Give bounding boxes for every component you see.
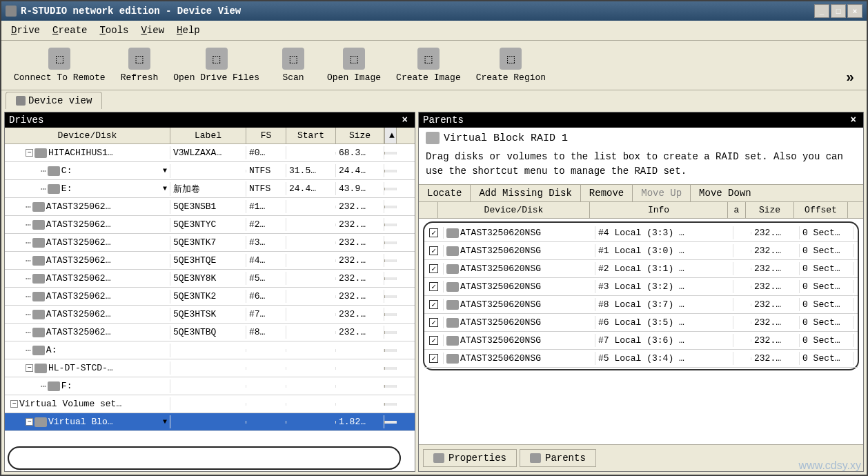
scrollbar-track[interactable] (384, 367, 397, 370)
col-start[interactable]: Start (286, 128, 336, 143)
menu-drive[interactable]: Drive (6, 23, 46, 37)
table-row[interactable]: ✓ ATAST3250620NSG#7 Local (3:6) …232.…0 … (424, 332, 858, 350)
table-row[interactable]: −Virtual Blo…▼1.82… (5, 413, 415, 431)
scrollbar-track[interactable] (384, 295, 397, 298)
table-row[interactable]: ⋯ATAST325062…5QE3NTBQ#8…232.… (5, 324, 415, 341)
col-info[interactable]: Info (590, 202, 728, 218)
scan-button[interactable]: ⬚Scan (269, 45, 317, 86)
toolbar-overflow-icon[interactable]: » (846, 70, 860, 86)
open-drive-files-button[interactable]: ⬚Open Drive Files (168, 45, 265, 86)
parents-panel: Parents × Virtual Block RAID 1 Drag disk… (418, 112, 864, 472)
scrollbar-track[interactable] (384, 170, 397, 172)
parents-button[interactable]: Parents (520, 449, 596, 467)
close-button[interactable]: × (847, 4, 862, 18)
checkbox[interactable]: ✓ (429, 282, 438, 291)
scrollbar-track[interactable] (384, 259, 397, 262)
move-up-button[interactable]: Move Up (633, 185, 691, 201)
table-row[interactable]: ⋯ATAST325062…5QE3NSB1#1…232.… (5, 198, 415, 216)
scrollbar-track[interactable] (384, 241, 397, 244)
scrollbar-track[interactable] (384, 188, 397, 190)
table-row[interactable]: ✓ ATAST3250620NSG#5 Local (3:4) …232.…0 … (424, 350, 858, 368)
col-size[interactable]: Size (746, 202, 794, 218)
tree-line: ⋯ (26, 255, 31, 266)
parents-button-row: Locate Add Missing Disk Remove Move Up M… (419, 184, 863, 202)
chevron-down-icon[interactable]: ▼ (163, 185, 167, 192)
cell-fs (246, 349, 286, 352)
table-row[interactable]: −Virtual Volume set… (5, 395, 415, 413)
table-row[interactable]: ⋯ATAST325062…5QE3HTSK#7…232.… (5, 306, 415, 324)
scrollbar-track[interactable] (384, 385, 397, 388)
refresh-button[interactable]: ⬚Refresh (115, 45, 164, 86)
scrollbar-track[interactable] (384, 224, 397, 226)
table-row[interactable]: ⋯ATAST325062…5QE3NTYC#2…232.… (5, 216, 415, 234)
tab-device-view[interactable]: Device view (6, 92, 102, 109)
checkbox[interactable]: ✓ (429, 246, 438, 255)
table-row[interactable]: ⋯ATAST325062…5QE3NY8K#5…232.… (5, 270, 415, 288)
properties-button[interactable]: Properties (423, 449, 517, 467)
table-row[interactable]: ⋯ATAST325062…5QE3HTQE#4…232.… (5, 252, 415, 270)
col-device[interactable]: Device/Disk (438, 202, 590, 218)
col-label[interactable]: Label (170, 128, 246, 143)
table-row[interactable]: −HL-DT-STCD-… (5, 359, 415, 377)
checkbox[interactable]: ✓ (429, 336, 438, 345)
checkbox[interactable]: ✓ (429, 228, 438, 237)
cell-size: 232.… (336, 218, 384, 231)
table-row[interactable]: ✓ ATAST3250620NSG#3 Local (3:2) …232.…0 … (424, 278, 858, 296)
table-row[interactable]: ✓ ATAST3250620NSG#6 Local (3:5) …232.…0 … (424, 314, 858, 332)
close-icon[interactable]: × (400, 115, 411, 126)
minimize-button[interactable]: _ (814, 4, 829, 18)
col-device[interactable]: Device/Disk (5, 128, 170, 143)
table-row[interactable]: ✓ ATAST3250620NSG#4 Local (3:3) …232.…0 … (424, 224, 858, 242)
chevron-down-icon[interactable]: ▼ (163, 167, 167, 175)
table-row[interactable]: ⋯C:▼NTFS31.5…24.4… (5, 162, 415, 180)
scrollbar-track[interactable] (384, 277, 397, 280)
menu-help[interactable]: Help (171, 23, 206, 37)
scrollbar-track[interactable] (384, 331, 397, 334)
table-row[interactable]: −HITACHIHUS1…V3WLZAXA…#0…68.3… (5, 144, 415, 162)
checkbox[interactable]: ✓ (429, 354, 438, 363)
table-row[interactable]: ⋯ATAST325062…5QE3NTK7#3…232.… (5, 234, 415, 252)
tab-label: Device view (28, 95, 92, 106)
scrollbar-track[interactable] (384, 403, 397, 406)
menu-view[interactable]: View (135, 23, 170, 37)
table-row[interactable]: ✓ ATAST3250620NSG#2 Local (3:1) …232.…0 … (424, 260, 858, 278)
col-offset[interactable]: Offset (794, 202, 848, 218)
scroll-up-icon[interactable]: ▲ (384, 128, 397, 143)
connect-remote-button[interactable]: ⬚Connect To Remote (8, 45, 111, 86)
move-down-button[interactable]: Move Down (691, 185, 760, 201)
col-fs[interactable]: FS (246, 128, 286, 143)
menu-tools[interactable]: Tools (94, 23, 134, 37)
chevron-down-icon[interactable]: ▼ (163, 418, 167, 426)
checkbox[interactable]: ✓ (429, 264, 438, 273)
cell-size: 232.… (751, 298, 800, 311)
checkbox[interactable]: ✓ (429, 318, 438, 327)
scrollbar-track[interactable] (384, 349, 397, 352)
add-missing-disk-button[interactable]: Add Missing Disk (471, 185, 580, 201)
close-icon[interactable]: × (848, 115, 859, 126)
col-a[interactable]: a (728, 202, 746, 218)
scrollbar-track[interactable] (384, 421, 397, 424)
drive-icon (32, 328, 45, 337)
table-row[interactable]: ✓ ATAST3250620NSG#1 Local (3:0) …232.…0 … (424, 242, 858, 260)
table-row[interactable]: ⋯ATAST325062…5QE3NTK2#6…232.… (5, 288, 415, 306)
menu-create[interactable]: Create (47, 23, 92, 37)
maximize-button[interactable]: □ (831, 4, 846, 18)
scrollbar-track[interactable] (384, 206, 397, 208)
scrollbar-track[interactable] (384, 313, 397, 316)
create-region-button[interactable]: ⬚Create Region (471, 45, 551, 86)
table-row[interactable]: ✓ ATAST3250620NSG#8 Local (3:7) …232.…0 … (424, 296, 858, 314)
open-image-button[interactable]: ⬚Open Image (322, 45, 386, 86)
tree-expand-icon[interactable]: − (26, 364, 33, 372)
table-row[interactable]: ⋯A: (5, 341, 415, 359)
table-row[interactable]: ⋯E:▼新加卷NTFS24.4…43.9… (5, 180, 415, 198)
tree-expand-icon[interactable]: − (26, 418, 33, 426)
tree-expand-icon[interactable]: − (26, 149, 33, 157)
tree-expand-icon[interactable]: − (10, 400, 18, 408)
col-size[interactable]: Size (336, 128, 384, 143)
scrollbar-track[interactable] (384, 152, 397, 155)
create-image-button[interactable]: ⬚Create Image (391, 45, 466, 86)
locate-button[interactable]: Locate (419, 185, 471, 201)
checkbox[interactable]: ✓ (429, 300, 438, 309)
table-row[interactable]: ⋯F: (5, 377, 415, 395)
remove-button[interactable]: Remove (581, 185, 633, 201)
